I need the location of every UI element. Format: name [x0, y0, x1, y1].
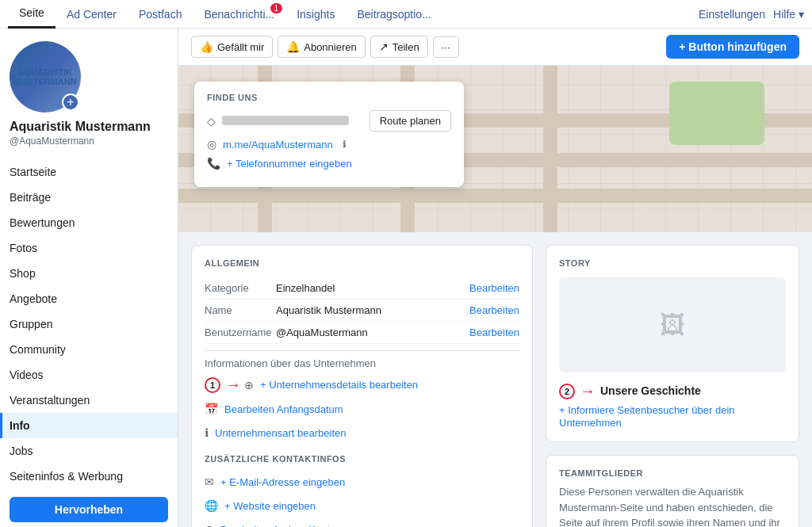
sidebar-item-angebote[interactable]: Angebote: [0, 286, 178, 311]
sidebar-item-seiteninfos[interactable]: Seiteninfos & Werbung: [0, 464, 178, 489]
team-title: TEAMMITGLIEDER: [559, 468, 786, 478]
kategorie-value: Einzelhandel: [276, 282, 469, 294]
sidebar-item-bewertungen[interactable]: Bewertungen: [0, 210, 178, 235]
find-us-address-row: ◇ Route planen: [207, 110, 451, 132]
sidebar-item-veranstaltungen[interactable]: Veranstaltungen: [0, 388, 178, 413]
sidebar-bottom: Hervorheben Promotions verwalten: [0, 489, 178, 527]
story-title-label: STORY: [559, 258, 786, 268]
top-navigation: Seite Ad Center Postfach Benachrichti...…: [0, 0, 812, 29]
nav-left: Seite Ad Center Postfach Benachrichti...…: [8, 0, 442, 29]
subscribe-label: Abonnieren: [304, 41, 357, 53]
andere-konten-action[interactable]: ⊕ Bearbeiten Andere Konten: [205, 517, 519, 527]
nav-item-postfach[interactable]: Postfach: [128, 0, 193, 29]
image-placeholder-icon: 🖼: [660, 311, 685, 340]
sidebar-item-beitraege[interactable]: Beiträge: [0, 185, 178, 210]
email-label: + E-Mail-Adresse eingeben: [220, 476, 345, 488]
info-subtitle: Informationen über das Unternehmen: [205, 357, 519, 369]
team-section: TEAMMITGLIEDER Diese Personen verwalten …: [546, 455, 799, 527]
story-image-area: 🖼: [559, 277, 786, 372]
nav-item-seite[interactable]: Seite: [8, 0, 56, 29]
action-bar: 👍 Gefällt mir 🔔 Abonnieren ↗ Teilen ··· …: [178, 29, 812, 66]
andere-konten-label: Bearbeiten Andere Konten: [220, 524, 342, 528]
messenger-icon: ◎: [207, 138, 216, 151]
subscribe-icon: 🔔: [286, 40, 300, 53]
sidebar-item-jobs[interactable]: Jobs: [0, 438, 178, 464]
arrow-right-icon-2: →: [580, 382, 596, 400]
unternehmensdetails-action[interactable]: ⊕ + Unternehmensdetails bearbeiten: [244, 379, 418, 391]
nav-item-benachrichti[interactable]: Benachrichti... 1: [193, 0, 285, 29]
globe-icon: 🌐: [205, 499, 218, 512]
unternehmensart-label: Unternehmensart bearbeiten: [215, 427, 347, 439]
kategorie-label: Kategorie: [205, 282, 276, 294]
annotation-1-row: → ⊕ + Unternehmensdetails bearbeiten: [225, 376, 519, 394]
zusaetzlich-title: ZUSÄTZLICHE KONTAKTINFOS: [205, 454, 519, 464]
subscribe-button[interactable]: 🔔 Abonnieren: [278, 36, 366, 58]
address-blur: [222, 116, 349, 125]
highlight-button[interactable]: Hervorheben: [10, 497, 168, 522]
sidebar-item-fotos[interactable]: Fotos: [0, 235, 178, 261]
benutzername-row: Benutzername @AquaMustermann Bearbeiten: [205, 322, 519, 344]
find-us-popup: FINDE UNS ◇ Route planen ◎ m.me/AquaMust…: [194, 82, 464, 187]
anfangsdatum-label: Bearbeiten Anfangsdatum: [224, 403, 343, 415]
nav-item-adcenter[interactable]: Ad Center: [56, 0, 128, 29]
logo-text-line1: AQUARISTIK: [18, 67, 72, 77]
unternehmensart-action[interactable]: ℹ Unternehmensart bearbeiten: [205, 421, 519, 445]
network-icon: ⊕: [205, 523, 214, 527]
find-us-messenger-row: ◎ m.me/AquaMustermann ℹ: [207, 138, 451, 151]
avatar-container: AQUARISTIK MUSTERMANN +: [10, 41, 81, 113]
messenger-link[interactable]: m.me/AquaMustermann: [223, 139, 333, 151]
logo-text-line2: MUSTERMANN: [13, 77, 76, 86]
address-field: [222, 115, 363, 128]
story-link[interactable]: + Informiere Seitenbesucher über dein Un…: [559, 404, 735, 429]
name-value: Aquaristik Mustermann: [276, 304, 469, 316]
main-layout: AQUARISTIK MUSTERMANN + Aquaristik Muste…: [0, 29, 812, 527]
settings-link[interactable]: Einstellungen: [699, 8, 765, 21]
add-button-btn[interactable]: + Button hinzufügen: [666, 35, 799, 59]
allgemein-title: ALLGEMEIN: [205, 258, 519, 268]
sidebar-item-gruppen[interactable]: Gruppen: [0, 311, 178, 337]
team-desc: Diese Personen verwalten die Aquaristik …: [559, 484, 786, 527]
nav-right: Einstellungen Hilfe ▾: [699, 8, 804, 21]
allgemein-section: ALLGEMEIN Kategorie Einzelhandel Bearbei…: [191, 245, 533, 527]
route-button[interactable]: Route planen: [370, 110, 451, 132]
share-button[interactable]: ↗ Teilen: [370, 36, 428, 58]
info-icon: ℹ: [343, 139, 347, 150]
sidebar-nav: Startseite Beiträge Bewertungen Fotos Sh…: [0, 159, 178, 489]
nav-item-beitragsoptio[interactable]: Beitragsoptio...: [346, 0, 442, 29]
find-us-phone-row: 📞 + Telefonnummer eingeben: [207, 157, 451, 170]
thumbs-up-icon: 👍: [200, 40, 213, 53]
avatar-plus-button[interactable]: +: [62, 94, 79, 111]
sidebar-profile: AQUARISTIK MUSTERMANN + Aquaristik Muste…: [0, 29, 178, 153]
email-action[interactable]: ✉ + E-Mail-Adresse eingeben: [205, 470, 519, 494]
sidebar: AQUARISTIK MUSTERMANN + Aquaristik Muste…: [0, 29, 178, 527]
name-edit[interactable]: Bearbeiten: [469, 304, 519, 316]
arrow-right-icon: →: [225, 376, 241, 394]
sidebar-item-info[interactable]: Info: [0, 413, 178, 438]
anfangsdatum-action[interactable]: 📅 Bearbeiten Anfangsdatum: [205, 397, 519, 421]
story-heading: Unsere Geschichte: [600, 384, 701, 397]
find-us-title: FINDE UNS: [207, 93, 451, 102]
website-action[interactable]: 🌐 + Website eingeben: [205, 494, 519, 517]
share-icon: ↗: [379, 40, 389, 53]
like-button[interactable]: 👍 Gefällt mir: [191, 36, 273, 58]
more-button[interactable]: ···: [433, 36, 459, 58]
benutzername-label: Benutzername: [205, 327, 276, 338]
kategorie-row: Kategorie Einzelhandel Bearbeiten: [205, 277, 519, 300]
phone-link[interactable]: + Telefonnummer eingeben: [227, 158, 352, 170]
help-link[interactable]: Hilfe ▾: [773, 8, 804, 21]
map-road: [178, 189, 812, 203]
share-label: Teilen: [393, 41, 419, 53]
sidebar-item-shop[interactable]: Shop: [0, 261, 178, 286]
calendar-icon: 📅: [205, 403, 218, 415]
location-icon: ◇: [207, 115, 216, 128]
sidebar-item-startseite[interactable]: Startseite: [0, 159, 178, 185]
info-circle-icon: ℹ: [205, 426, 209, 439]
email-icon: ✉: [205, 475, 214, 488]
nav-item-insights[interactable]: Insights: [285, 0, 346, 29]
unternehmensdetails-label: + Unternehmensdetails bearbeiten: [260, 379, 418, 391]
sidebar-item-videos[interactable]: Videos: [0, 362, 178, 388]
kategorie-edit[interactable]: Bearbeiten: [469, 282, 519, 294]
sidebar-item-community[interactable]: Community: [0, 337, 178, 362]
info-right: STORY 🖼 2 → Unsere Geschichte + Informie…: [546, 245, 799, 527]
benutzername-edit[interactable]: Bearbeiten: [469, 327, 519, 338]
